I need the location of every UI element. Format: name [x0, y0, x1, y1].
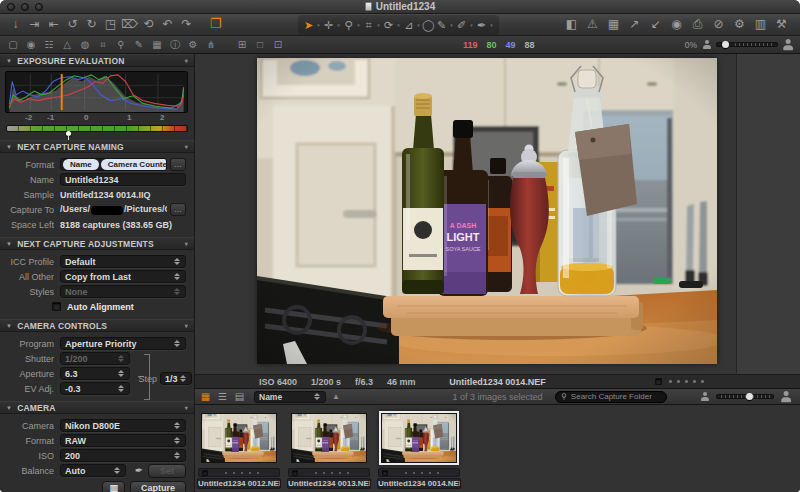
tab-details-icon[interactable]: ⚲: [112, 36, 130, 53]
thumb-color-tag-checkbox[interactable]: [382, 470, 388, 476]
loupe-tool-dropdown-icon[interactable]: ▾: [355, 22, 362, 28]
token-name[interactable]: Name: [63, 159, 99, 170]
stepper-icon[interactable]: [172, 258, 181, 266]
primary-view-icon[interactable]: □: [251, 36, 269, 53]
camera-window-icon[interactable]: ◉: [666, 14, 687, 34]
sort-ascending-icon[interactable]: ▲: [332, 392, 340, 401]
open-with-icon[interactable]: ↙: [645, 14, 666, 34]
stepper-icon[interactable]: [116, 385, 125, 393]
crop-tool-dropdown-icon[interactable]: ▾: [375, 22, 382, 28]
disclosure-icon[interactable]: ▼: [6, 241, 12, 247]
pick-color-dropdown-icon[interactable]: ▾: [488, 22, 495, 28]
tab-capture-icon[interactable]: ◉: [22, 36, 40, 53]
next-capture-naming-header[interactable]: ▼ NEXT CAPTURE NAMING ▾: [0, 140, 194, 153]
disclosure-icon[interactable]: ▼: [6, 405, 12, 411]
panel-menu-icon[interactable]: ▾: [185, 57, 188, 64]
white-balance-picker-icon[interactable]: ✒: [130, 464, 148, 478]
star-rating[interactable]: [669, 380, 704, 383]
capture-button[interactable]: Capture: [130, 481, 186, 492]
stepper-icon[interactable]: [112, 467, 121, 475]
undo-icon[interactable]: ↶: [158, 14, 177, 34]
zoom-slider-thumb[interactable]: [722, 41, 729, 48]
panel-menu-icon[interactable]: ▾: [185, 404, 188, 411]
spot-tool-icon[interactable]: ◯: [422, 15, 435, 35]
file-format-select[interactable]: RAW: [60, 434, 186, 447]
thumb-size-small-icon[interactable]: [700, 392, 709, 401]
thumb-color-tag-checkbox[interactable]: [202, 470, 208, 476]
rotate-tool-icon[interactable]: ⟳: [382, 15, 395, 35]
close-button[interactable]: [7, 3, 15, 11]
tab-library-icon[interactable]: ▢: [4, 36, 22, 53]
stepper-icon[interactable]: [116, 370, 125, 378]
move-to-folder-icon[interactable]: ◳: [101, 14, 120, 34]
minimize-button[interactable]: [21, 3, 29, 11]
ev-adj-stepper[interactable]: -0.3: [60, 382, 130, 395]
pan-tool-dropdown-icon[interactable]: ▾: [335, 22, 342, 28]
import-icon[interactable]: ⇥: [25, 14, 44, 34]
erase-mask-tool-icon[interactable]: ✐: [455, 15, 468, 35]
format-more-button[interactable]: …: [170, 158, 186, 171]
pan-tool-icon[interactable]: ✛: [322, 15, 335, 35]
camera-controls-header[interactable]: ▼ CAMERA CONTROLS ▾: [0, 319, 194, 332]
token-camera-counter[interactable]: Camera Counter: [101, 159, 167, 170]
select-tool-icon[interactable]: ➤: [302, 15, 315, 35]
capture-to-more-button[interactable]: …: [170, 203, 186, 216]
details-view-icon[interactable]: ▤: [231, 389, 248, 404]
stepper-icon[interactable]: [172, 273, 181, 281]
straighten-tool-icon[interactable]: ⊿: [402, 15, 415, 35]
pick-color-tool-icon[interactable]: ✒: [475, 15, 488, 35]
redo-icon[interactable]: ↷: [177, 14, 196, 34]
panel-menu-icon[interactable]: ▾: [185, 143, 188, 150]
thumbnail-0014-selected[interactable]: Untitled1234 0014.NEF: [377, 411, 461, 492]
draw-mask-tool-icon[interactable]: ✎: [435, 15, 448, 35]
export-icon[interactable]: ⇤: [44, 14, 63, 34]
exposure-warning-icon[interactable]: ⚠: [582, 14, 603, 34]
sort-by-select[interactable]: Name: [254, 391, 326, 403]
edit-with-icon[interactable]: ↗: [624, 14, 645, 34]
camera-header[interactable]: ▼ CAMERA ▾: [0, 401, 194, 414]
auto-alignment-checkbox[interactable]: [52, 302, 61, 311]
stepper-icon[interactable]: [312, 393, 321, 401]
tab-crop-icon[interactable]: ⌗: [94, 36, 112, 53]
icc-profile-select[interactable]: Default: [60, 255, 186, 268]
preferences-icon[interactable]: ⚙: [729, 14, 750, 34]
exposure-evaluation-header[interactable]: ▼ EXPOSURE EVALUATION ▾: [0, 54, 194, 67]
iso-select[interactable]: 200: [60, 449, 186, 462]
draw-mask-dropdown-icon[interactable]: ▾: [448, 22, 455, 28]
program-select[interactable]: Aperture Priority: [60, 337, 186, 350]
loupe-tool-icon[interactable]: ⚲: [342, 15, 355, 35]
disclosure-icon[interactable]: ▼: [6, 58, 12, 64]
viewer-zoom-slider[interactable]: [716, 42, 778, 47]
thumb-slider-thumb[interactable]: [746, 393, 753, 400]
format-field[interactable]: Name Camera Counter: [60, 158, 167, 171]
name-input[interactable]: Untitled1234: [60, 173, 186, 186]
panel-menu-icon[interactable]: ▾: [185, 322, 188, 329]
thumbnail-image[interactable]: [381, 413, 457, 463]
stepper-icon[interactable]: [178, 375, 187, 383]
thumb-star-rating[interactable]: [315, 472, 349, 474]
exposure-meter[interactable]: [6, 125, 188, 132]
stepper-icon[interactable]: [172, 437, 181, 445]
reset-adjustments-icon[interactable]: ⟲: [139, 14, 158, 34]
disable-adjustments-icon[interactable]: ⊘: [708, 14, 729, 34]
thumbnail-image[interactable]: [201, 413, 277, 463]
tab-lens-icon[interactable]: ◍: [76, 36, 94, 53]
search-field[interactable]: ⚲ Search Capture Folder: [555, 391, 667, 403]
trash-icon[interactable]: ⌦: [120, 14, 139, 34]
list-view-icon[interactable]: ☰: [214, 389, 231, 404]
next-capture-adjustments-header[interactable]: ▼ NEXT CAPTURE ADJUSTMENTS ▾: [0, 237, 194, 250]
zoom-button[interactable]: [35, 3, 43, 11]
grid-view-icon[interactable]: ▦: [197, 389, 214, 404]
thumbnail-0013[interactable]: Untitled1234 0013.NEF: [287, 411, 371, 492]
focus-mask-icon[interactable]: ▦: [603, 14, 624, 34]
print-icon[interactable]: ⎙: [687, 14, 708, 34]
thumbnail-0012[interactable]: Untitled1234 0012.NEF: [197, 411, 281, 492]
live-view-button[interactable]: ▥: [102, 481, 125, 492]
panel-menu-icon[interactable]: ▾: [185, 240, 188, 247]
thumb-star-rating[interactable]: [225, 472, 259, 474]
batch-queue-icon[interactable]: ▥: [750, 14, 771, 34]
all-other-select[interactable]: Copy from Last: [60, 270, 186, 283]
stepper-icon[interactable]: [172, 452, 181, 460]
thumb-color-tag-checkbox[interactable]: [292, 470, 298, 476]
capture-to-path[interactable]: /Users//Pictures/Capture One/: [60, 204, 167, 214]
